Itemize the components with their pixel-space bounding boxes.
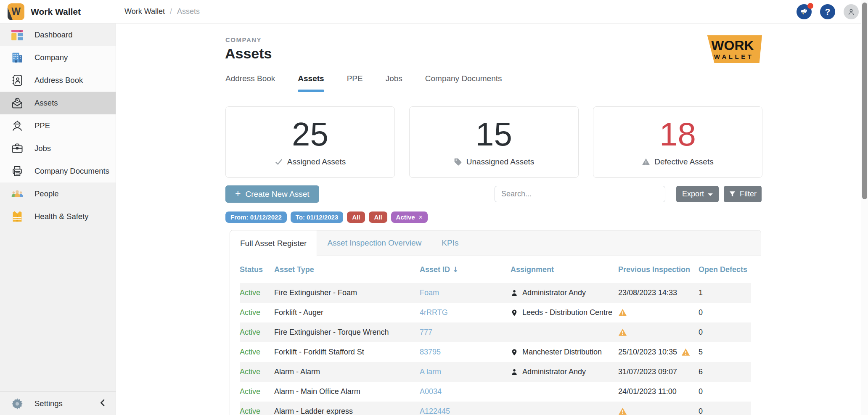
asset-id-link[interactable]: 83795 [420,348,441,356]
asset-type-cell: Alarm - Alarm [274,367,420,376]
asset-id-link[interactable]: A larm [420,367,441,376]
assignment-cell: Leeds - Distribution Centre [511,308,618,317]
tab-assets[interactable]: Assets [298,74,324,91]
register-tab-asset-inspection-overview[interactable]: Asset Inspection Overview [317,230,431,256]
assignment-cell: Manchester Distribution [511,348,618,357]
gear-icon [11,397,24,410]
chevron-down-icon [708,193,713,196]
sidebar-item-address-book[interactable]: Address Book [0,69,116,92]
previous-inspection-cell [618,407,699,415]
column-header-status[interactable]: Status [240,265,274,274]
company-icon [11,51,24,64]
filter-chip-to-01-12-2023[interactable]: To: 01/12/2023 [291,211,343,223]
announcements-button[interactable] [797,4,812,19]
register-tabs: Full Asset RegisterAsset Inspection Over… [230,230,761,256]
stat-card-defective-assets: 18Defective Assets [593,106,762,178]
question-icon: ? [825,7,831,17]
assignment-cell: Administrator Andy [511,367,618,376]
sidebar-item-company[interactable]: Company [0,46,116,69]
previous-inspection-cell [618,328,699,337]
column-header-previous-inspection[interactable]: Previous Inspection [618,265,699,274]
column-header-asset-id[interactable]: Asset ID↓ [420,265,511,274]
company-documents-icon [11,165,24,177]
stat-card-unassigned-assets: 15Unassigned Assets [409,106,579,178]
previous-inspection-cell [618,308,699,317]
tab-ppe[interactable]: PPE [347,74,363,91]
breadcrumb-current: Assets [177,7,200,16]
breadcrumb-root[interactable]: Work Wallet [124,7,165,16]
asset-id-cell: 4rRRTG [420,308,511,317]
stat-label: Unassigned Assets [454,157,535,167]
asset-type-cell: Forklift - Auger [274,308,420,317]
megaphone-icon [799,7,810,17]
filter-button[interactable]: Filter [724,186,762,202]
tab-jobs[interactable]: Jobs [386,74,402,91]
filter-chip-all[interactable]: All [369,211,387,223]
asset-id-link[interactable]: A0034 [420,387,442,396]
tab-company-documents[interactable]: Company Documents [425,74,502,91]
sidebar-item-health-safety[interactable]: Health & Safety [0,205,116,228]
asset-type-cell: Fire Extinguisher - Foam [274,288,420,297]
user-avatar-button[interactable] [844,4,859,19]
asset-id-link[interactable]: 777 [420,328,432,336]
sidebar-item-company-documents[interactable]: Company Documents [0,160,116,182]
sidebar-collapse-button[interactable] [98,398,109,409]
column-header-assignment[interactable]: Assignment [511,265,618,274]
filter-chip-from-01-12-2022[interactable]: From: 01/12/2022 [225,211,287,223]
sidebar-item-label: Assets [34,98,58,108]
brand-name: Work Wallet [31,7,81,17]
table-row: ActiveForklift - Forklift Stafford St837… [240,342,751,362]
sidebar-item-ppe[interactable]: PPE [0,114,116,137]
tag-icon [454,158,462,166]
open-defects-cell: 0 [699,328,751,337]
table-row: ActiveFire Extinguisher - FoamFoamAdmini… [240,283,751,303]
check-icon [275,158,283,166]
filter-chip-all[interactable]: All [347,211,365,223]
status-cell: Active [240,348,274,357]
page-eyebrow: COMPANY [225,36,262,43]
open-defects-cell: 0 [699,308,751,317]
open-defects-cell: 5 [699,348,751,357]
status-cell: Active [240,288,274,297]
sidebar-item-label: Jobs [34,144,51,153]
table-row: ActiveAlarm - AlarmA larmAdministrator A… [240,362,751,382]
asset-id-link[interactable]: 4rRRTG [420,308,448,317]
sidebar-item-dashboard[interactable]: Dashboard [0,24,116,46]
table-header-row: StatusAsset TypeAsset ID↓AssignmentPrevi… [240,256,751,283]
close-icon[interactable]: × [419,214,423,221]
person-fill-icon [511,289,518,297]
column-header-asset-type[interactable]: Asset Type [274,265,420,274]
person-icon [847,8,855,16]
search-input[interactable] [495,186,665,202]
register-tab-full-asset-register[interactable]: Full Asset Register [230,230,317,256]
table-body: ActiveFire Extinguisher - FoamFoamAdmini… [240,283,751,415]
register-tab-kpis[interactable]: KPIs [431,230,468,256]
previous-inspection-cell: 31/07/2023 09:07 [618,367,699,376]
stat-label: Defective Assets [642,157,713,167]
breadcrumb: Work Wallet / Assets [124,7,200,16]
health-safety-icon [11,210,24,223]
asset-id-link[interactable]: A122445 [420,407,450,415]
sidebar-item-people[interactable]: People [0,182,116,205]
asset-id-cell: A122445 [420,407,511,415]
create-new-asset-button[interactable]: + Create New Asset [225,185,319,203]
status-cell: Active [240,387,274,396]
help-button[interactable]: ? [820,4,835,19]
sidebar-item-assets[interactable]: Assets [0,92,116,114]
column-header-open-defects[interactable]: Open Defects [699,265,751,274]
notification-dot [807,3,813,9]
app-logo-icon: W [8,3,24,20]
asset-id-link[interactable]: Foam [420,288,439,297]
sidebar-item-jobs[interactable]: Jobs [0,137,116,160]
tab-address-book[interactable]: Address Book [225,74,275,91]
sidebar-item-settings[interactable]: Settings [0,391,116,415]
assets-icon [11,97,24,109]
sidebar-item-label: Address Book [34,76,83,85]
filter-chip-active[interactable]: Active× [391,211,428,223]
stat-value: 18 [659,118,696,151]
export-button[interactable]: Export [676,186,719,202]
work-wallet-logo: WORK WALLET [703,35,762,63]
table-row: ActiveFire Extinguisher - Torque Wrench7… [240,322,751,342]
sidebar-nav: DashboardCompanyAddress BookAssetsPPEJob… [0,24,116,228]
scrollbar-thumb[interactable] [862,3,867,199]
